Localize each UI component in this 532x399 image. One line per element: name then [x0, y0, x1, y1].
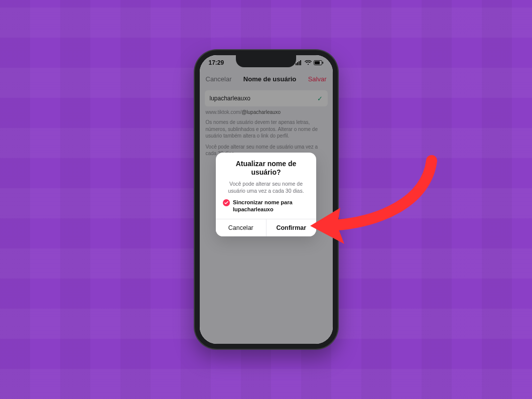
- checkbox-checked-icon: [223, 199, 230, 206]
- screen: 17:29 Cancelar Nome de usuário Salvar lu…: [200, 55, 333, 344]
- alert-title: Atualizar nome de usuário?: [223, 160, 309, 177]
- tutorial-stage: 17:29 Cancelar Nome de usuário Salvar lu…: [0, 0, 532, 399]
- alert-actions: Cancelar Confirmar: [216, 219, 316, 236]
- phone-notch: [236, 55, 296, 67]
- sync-checkbox-row[interactable]: Sincronizar nome para lupacharleauxo: [223, 199, 309, 213]
- alert-confirm-button[interactable]: Confirmar: [266, 219, 317, 236]
- confirm-alert: Atualizar nome de usuário? Você pode alt…: [216, 153, 316, 237]
- alert-message: Você pode alterar seu nome de usuário um…: [223, 180, 309, 194]
- phone-frame: 17:29 Cancelar Nome de usuário Salvar lu…: [195, 50, 338, 349]
- alert-cancel-button[interactable]: Cancelar: [216, 219, 266, 236]
- alert-body: Atualizar nome de usuário? Você pode alt…: [216, 153, 316, 219]
- sync-label: Sincronizar nome para lupacharleauxo: [233, 199, 309, 213]
